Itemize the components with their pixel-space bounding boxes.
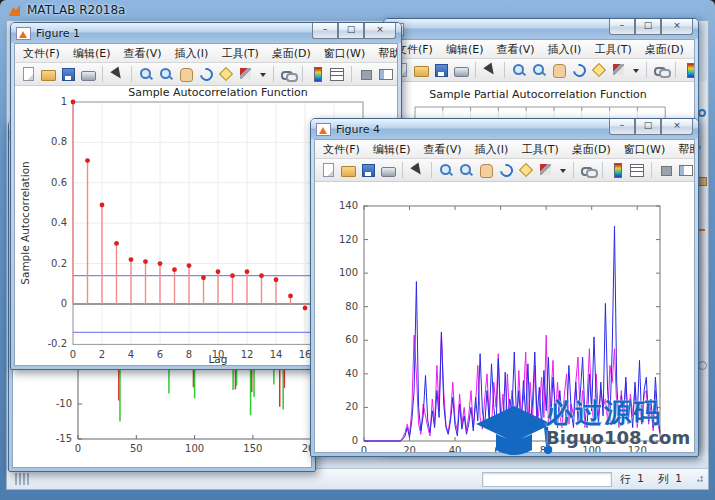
svg-text:40: 40 (345, 368, 358, 379)
menu-item-1[interactable]: 编辑(E) (446, 42, 484, 57)
menu-item-0[interactable]: 文件(F) (23, 46, 60, 61)
menu-item-6[interactable]: 窗口(W) (324, 46, 365, 61)
minimize-button[interactable]: – (609, 119, 635, 135)
figure4-titlebar[interactable]: Figure 4 – □ × (311, 119, 698, 139)
edit-plot-cursor-icon[interactable] (482, 62, 498, 78)
open-file-icon[interactable] (340, 162, 356, 178)
figure1-menubar: 文件(F)编辑(E)查看(V)插入(I)工具(T)桌面(D)窗口(W)帮助(H)… (15, 44, 397, 63)
zoom-in-icon[interactable] (438, 162, 454, 178)
brush-dropdown-icon[interactable] (558, 162, 567, 178)
rotate-3d-icon[interactable] (198, 66, 214, 82)
close-button[interactable]: × (661, 19, 693, 35)
show-plot-tools-icon[interactable] (378, 66, 394, 82)
show-plot-tools-icon[interactable] (678, 162, 694, 178)
svg-text:20: 20 (403, 445, 416, 452)
print-figure-icon[interactable] (453, 62, 469, 78)
save-figure-icon[interactable] (360, 162, 376, 178)
maximize-button[interactable]: □ (635, 119, 661, 135)
statusbar-grip[interactable] (15, 473, 29, 485)
menu-item-1[interactable]: 编辑(E) (73, 46, 111, 61)
hide-plot-tools-icon[interactable] (658, 162, 674, 178)
svg-text:50: 50 (130, 443, 143, 454)
insert-legend-icon[interactable] (329, 66, 345, 82)
pan-icon[interactable] (478, 162, 494, 178)
rotate-3d-icon[interactable] (498, 162, 514, 178)
circle-icon[interactable] (698, 109, 706, 117)
open-file-icon[interactable] (413, 62, 429, 78)
maximize-button[interactable]: □ (635, 19, 661, 35)
open-file-icon[interactable] (40, 66, 56, 82)
matlab-titlebar[interactable]: MATLAB R2018a (0, 0, 715, 20)
zoom-out-icon[interactable] (158, 66, 174, 82)
menu-item-3[interactable]: 插入(I) (548, 42, 582, 57)
brush-data-icon[interactable] (538, 162, 554, 178)
svg-text:0: 0 (70, 349, 76, 360)
edit-plot-cursor-icon[interactable] (409, 162, 425, 178)
menu-item-5[interactable]: 桌面(D) (572, 142, 611, 157)
brush-data-icon[interactable] (238, 66, 254, 82)
folder-mini-icon[interactable] (698, 177, 707, 186)
menu-item-4[interactable]: 工具(T) (221, 46, 258, 61)
menu-item-3[interactable]: 插入(I) (475, 142, 509, 157)
figure1-title: Figure 1 (36, 27, 80, 40)
link-plot-icon[interactable] (653, 62, 669, 78)
figure1-titlebar[interactable]: Figure 1 – □ × (11, 23, 401, 43)
insert-legend-icon[interactable] (629, 162, 645, 178)
menu-item-2[interactable]: 查看(V) (123, 46, 161, 61)
svg-text:140: 140 (339, 200, 358, 211)
rotate-3d-icon[interactable] (571, 62, 587, 78)
menu-item-6[interactable]: 窗口(W) (624, 142, 665, 157)
menu-item-1[interactable]: 编辑(E) (373, 142, 411, 157)
new-figure-icon[interactable] (20, 66, 36, 82)
save-figure-icon[interactable] (433, 62, 449, 78)
link-plot-icon[interactable] (580, 162, 596, 178)
print-figure-icon[interactable] (380, 162, 396, 178)
menu-item-4[interactable]: 工具(T) (521, 142, 558, 157)
toolbar-separator (273, 66, 274, 82)
collapse-arrow-icon[interactable]: ‹ (698, 143, 705, 150)
menu-item-5[interactable]: 桌面(D) (645, 42, 684, 57)
zoom-in-icon[interactable] (138, 66, 154, 82)
menu-item-4[interactable]: 工具(T) (594, 42, 631, 57)
menu-item-3[interactable]: 插入(I) (175, 46, 209, 61)
figure-window-4[interactable]: Figure 4 – □ × 文件(F)编辑(E)查看(V)插入(I)工具(T)… (310, 118, 699, 457)
link-plot-icon[interactable] (280, 66, 296, 82)
menu-item-7[interactable]: 帮助(H) (678, 142, 695, 157)
insert-colorbar-icon[interactable] (609, 162, 625, 178)
menu-item-2[interactable]: 查看(V) (423, 142, 461, 157)
minimize-button[interactable]: – (609, 19, 635, 35)
close-button[interactable]: × (364, 23, 396, 39)
menu-item-7[interactable]: 帮助(H) (378, 46, 398, 61)
data-cursor-icon[interactable] (218, 66, 234, 82)
svg-text:120: 120 (628, 445, 647, 452)
minimize-button[interactable]: – (312, 23, 338, 39)
zoom-out-icon[interactable] (531, 62, 547, 78)
svg-text:100: 100 (185, 443, 204, 454)
toolbar-separator (573, 162, 574, 178)
print-figure-icon[interactable] (80, 66, 96, 82)
pacf-titlebar[interactable]: – □ × (384, 19, 698, 39)
resize-grip[interactable] (696, 475, 704, 483)
insert-colorbar-icon[interactable] (309, 66, 325, 82)
save-figure-icon[interactable] (60, 66, 76, 82)
zoom-in-icon[interactable] (511, 62, 527, 78)
pan-icon[interactable] (551, 62, 567, 78)
round-icon[interactable] (698, 361, 707, 370)
brush-dropdown-icon[interactable] (258, 66, 267, 82)
data-cursor-icon[interactable] (591, 62, 607, 78)
menu-item-0[interactable]: 文件(F) (323, 142, 360, 157)
menu-item-5[interactable]: 桌面(D) (272, 46, 311, 61)
pan-icon[interactable] (178, 66, 194, 82)
brush-data-icon[interactable] (611, 62, 627, 78)
insert-colorbar-icon[interactable] (682, 62, 695, 78)
menu-item-2[interactable]: 查看(V) (496, 42, 534, 57)
brush-dropdown-icon[interactable] (631, 62, 640, 78)
svg-text:120: 120 (339, 234, 358, 245)
close-button[interactable]: × (661, 119, 693, 135)
zoom-out-icon[interactable] (458, 162, 474, 178)
edit-plot-cursor-icon[interactable] (109, 66, 125, 82)
data-cursor-icon[interactable] (518, 162, 534, 178)
maximize-button[interactable]: □ (338, 23, 364, 39)
hide-plot-tools-icon[interactable] (358, 66, 374, 82)
new-figure-icon[interactable] (320, 162, 336, 178)
